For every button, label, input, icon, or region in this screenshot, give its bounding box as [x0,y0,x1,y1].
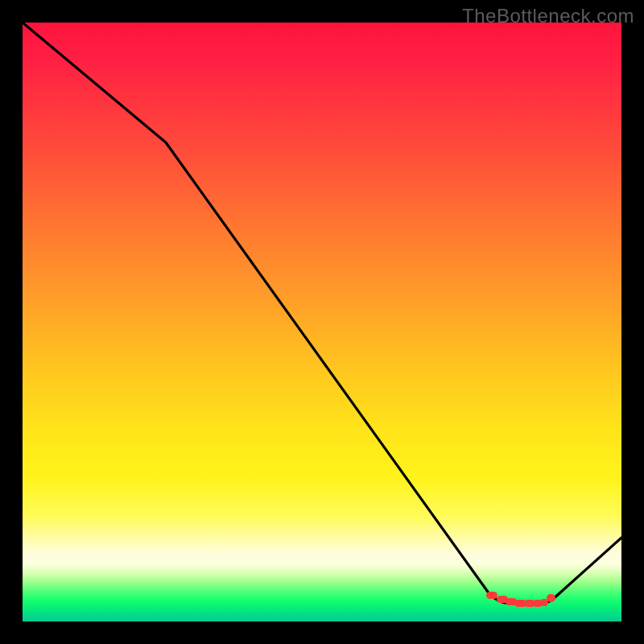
marker-point [547,594,555,602]
chart-svg [23,23,621,621]
watermark-text: TheBottleneck.com [462,5,634,27]
marker-point [540,599,548,606]
chart-curve [23,23,621,604]
plot-area [23,23,621,621]
marker-point [486,592,497,599]
